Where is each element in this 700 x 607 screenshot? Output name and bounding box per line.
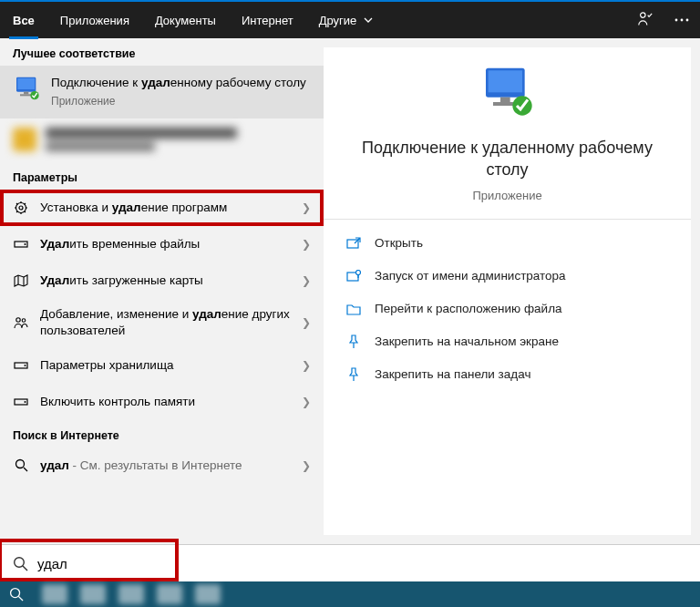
svg-rect-22 xyxy=(500,98,510,102)
taskbar-app-blurred[interactable] xyxy=(118,584,144,604)
section-settings: Параметры xyxy=(0,162,324,190)
pin-icon xyxy=(345,366,362,383)
svg-point-2 xyxy=(681,19,684,22)
setting-install-uninstall-programs[interactable]: Установка и удаление программ ❯ xyxy=(0,190,324,226)
folder-icon xyxy=(345,301,362,317)
chevron-right-icon: ❯ xyxy=(302,396,311,408)
setting-storage-sense[interactable]: Включить контроль памяти ❯ xyxy=(0,384,324,420)
tab-internet[interactable]: Интернет xyxy=(229,1,306,39)
setting-label: Параметры хранилища xyxy=(40,357,291,374)
preview-app-icon xyxy=(479,66,537,124)
storage-icon xyxy=(13,360,29,371)
tab-all[interactable]: Все xyxy=(0,1,47,39)
admin-icon xyxy=(345,268,362,284)
tab-documents[interactable]: Документы xyxy=(142,1,229,39)
chevron-right-icon: ❯ xyxy=(302,316,311,329)
preview-panel: Подключение к удаленному рабочему столу … xyxy=(324,47,691,535)
taskbar-search-icon[interactable] xyxy=(4,581,29,607)
action-pin-to-start[interactable]: Закрепить на начальном экране xyxy=(324,325,691,358)
action-run-as-admin[interactable]: Запуск от имени администратора xyxy=(324,260,691,293)
svg-point-12 xyxy=(25,243,26,245)
action-label: Закрепить на начальном экране xyxy=(375,334,559,348)
action-pin-to-taskbar[interactable]: Закрепить на панели задач xyxy=(324,358,691,391)
setting-delete-temp-files[interactable]: Удалить временные файлы ❯ xyxy=(0,226,324,262)
setting-storage-settings[interactable]: Параметры хранилища ❯ xyxy=(0,347,324,384)
setting-label: Добавление, изменение и удаление других … xyxy=(40,306,291,339)
chevron-right-icon: ❯ xyxy=(302,359,311,372)
action-label: Запуск от имени администратора xyxy=(375,269,566,283)
best-match-subtitle: Приложение xyxy=(51,95,306,108)
results-panel: Лучшее соответствие Подключение к удален… xyxy=(0,38,324,544)
taskbar xyxy=(0,581,700,607)
action-label: Перейти к расположению файла xyxy=(375,302,562,315)
web-search-label: удал - См. результаты в Интернете xyxy=(40,458,291,474)
setting-label: Удалить загруженные карты xyxy=(40,273,291,289)
svg-point-3 xyxy=(686,19,689,22)
svg-point-28 xyxy=(15,557,25,567)
chevron-right-icon: ❯ xyxy=(302,238,311,251)
tab-other[interactable]: Другие xyxy=(306,1,386,39)
setting-delete-offline-maps[interactable]: Удалить загруженные карты ❯ xyxy=(0,262,324,299)
taskbar-app-blurred[interactable] xyxy=(80,584,106,604)
preview-title: Подключение к удаленному рабочему столу xyxy=(324,137,691,181)
svg-point-18 xyxy=(25,401,26,403)
section-web-search: Поиск в Интернете xyxy=(0,420,324,448)
chevron-down-icon xyxy=(364,17,373,23)
search-box[interactable] xyxy=(0,544,700,581)
svg-point-16 xyxy=(25,365,26,366)
chevron-right-icon: ❯ xyxy=(302,274,311,287)
svg-point-19 xyxy=(15,460,24,468)
storage-icon xyxy=(13,396,29,407)
chevron-right-icon: ❯ xyxy=(302,459,311,472)
gear-icon xyxy=(13,201,29,215)
storage-icon xyxy=(13,239,29,250)
preview-subtitle: Приложение xyxy=(472,189,541,202)
search-input[interactable] xyxy=(37,556,687,571)
feedback-icon[interactable] xyxy=(627,1,664,39)
svg-rect-21 xyxy=(488,70,521,92)
rdp-icon xyxy=(13,75,42,104)
svg-point-1 xyxy=(675,19,678,22)
pin-icon xyxy=(345,334,362,350)
section-best-match: Лучшее соответствие xyxy=(0,38,324,66)
svg-point-29 xyxy=(11,589,20,598)
setting-other-users[interactable]: Добавление, изменение и удаление других … xyxy=(0,299,324,346)
svg-point-13 xyxy=(16,318,20,322)
taskbar-app-blurred[interactable] xyxy=(157,584,182,604)
svg-point-10 xyxy=(19,206,23,210)
action-open-file-location[interactable]: Перейти к расположению файла xyxy=(324,293,691,325)
search-icon xyxy=(13,458,29,472)
tab-apps[interactable]: Приложения xyxy=(47,1,142,39)
open-icon xyxy=(345,235,362,252)
users-icon xyxy=(13,316,29,329)
svg-rect-7 xyxy=(20,94,32,96)
blurred-result xyxy=(0,118,324,162)
action-open[interactable]: Открыть xyxy=(324,227,691,260)
divider xyxy=(324,219,691,220)
svg-point-27 xyxy=(356,270,361,274)
best-match-title: Подключение к удаленному рабочему столу xyxy=(51,75,306,91)
action-label: Закрепить на панели задач xyxy=(375,367,530,381)
setting-label: Удалить временные файлы xyxy=(40,236,291,252)
search-filter-tabs: Все Приложения Документы Интернет Другие xyxy=(0,0,700,38)
svg-rect-5 xyxy=(17,78,35,89)
best-match-item[interactable]: Подключение к удаленному рабочему столу … xyxy=(0,66,324,118)
setting-label: Включить контроль памяти xyxy=(40,394,291,410)
more-icon[interactable] xyxy=(664,1,700,39)
setting-label: Установка и удаление программ xyxy=(40,200,291,216)
taskbar-app-blurred[interactable] xyxy=(42,584,67,604)
web-search-item[interactable]: удал - См. результаты в Интернете ❯ xyxy=(0,448,324,484)
svg-rect-6 xyxy=(24,92,28,95)
svg-point-14 xyxy=(22,319,26,323)
action-label: Открыть xyxy=(375,236,423,250)
search-icon xyxy=(13,556,28,571)
chevron-right-icon: ❯ xyxy=(302,201,311,214)
taskbar-app-blurred[interactable] xyxy=(195,584,221,604)
svg-point-0 xyxy=(641,13,645,17)
map-icon xyxy=(13,274,29,287)
